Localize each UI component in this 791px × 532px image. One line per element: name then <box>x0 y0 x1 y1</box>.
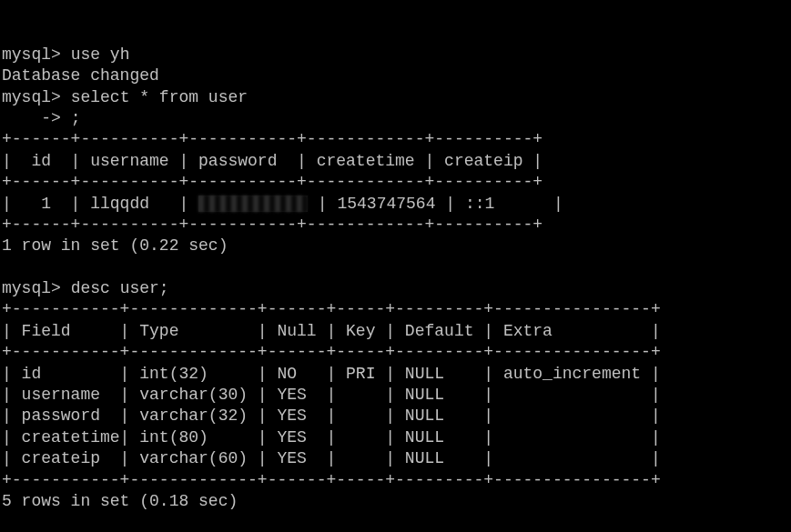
table-row: | password | varchar(32) | YES | | NULL … <box>2 407 661 425</box>
password-redacted <box>198 196 308 212</box>
table-border: +------+----------+-----------+---------… <box>2 216 543 234</box>
terminal[interactable]: mysql> use yh Database changed mysql> se… <box>2 45 789 532</box>
db-changed-message: Database changed <box>2 66 159 85</box>
rows-in-set: 1 row in set (0.22 sec) <box>2 236 228 255</box>
row-prefix: | 1 | llqqdd | <box>2 195 198 213</box>
table-border: +------+----------+-----------+---------… <box>2 130 543 148</box>
row-suffix: | 1543747564 | ::1 | <box>308 195 563 213</box>
table-row: | id | int(32) | NO | PRI | NULL | auto_… <box>2 365 661 383</box>
table-row: | createip | varchar(60) | YES | | NULL … <box>2 449 661 467</box>
prompt: mysql> <box>2 88 61 106</box>
command-select: select * from user <box>71 88 248 106</box>
semicolon: ; <box>71 109 81 127</box>
table-border: +-----------+-------------+------+-----+… <box>2 471 661 489</box>
table-border: +------+----------+-----------+---------… <box>2 173 543 191</box>
command-desc: desc user; <box>71 279 169 297</box>
prompt: mysql> <box>2 279 61 297</box>
table-border: +-----------+-------------+------+-----+… <box>2 300 661 318</box>
table-row: | username | varchar(30) | YES | | NULL … <box>2 386 661 404</box>
table-row: | 1 | llqqdd | | 1543747564 | ::1 | <box>2 195 563 213</box>
continuation-prompt: -> <box>2 109 61 127</box>
table-row: | createtime| int(80) | YES | | NULL | | <box>2 428 661 447</box>
rows-in-set: 5 rows in set (0.18 sec) <box>2 492 238 510</box>
table-header: | id | username | password | createtime … <box>2 152 543 170</box>
command-use: use yh <box>71 45 130 64</box>
prompt: mysql> <box>2 45 61 64</box>
table-header: | Field | Type | Null | Key | Default | … <box>2 322 661 340</box>
table-border: +-----------+-------------+------+-----+… <box>2 343 661 361</box>
